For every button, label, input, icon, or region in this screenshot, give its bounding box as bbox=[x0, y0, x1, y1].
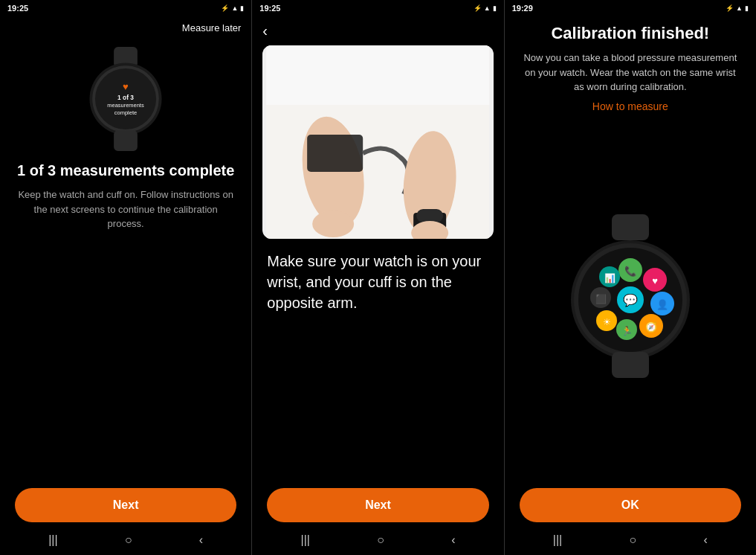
status-icons-3: ⚡ ▲ ▮ bbox=[726, 4, 749, 12]
watch-icon-1: ♥ 1 of 3 measurements complete bbox=[77, 47, 174, 151]
nav-bar-3: ||| ○ ‹ bbox=[505, 527, 756, 555]
svg-text:☀: ☀ bbox=[602, 317, 610, 327]
ok-button[interactable]: OK bbox=[520, 488, 741, 522]
battery-icon-2: ▮ bbox=[493, 4, 497, 12]
svg-text:♥: ♥ bbox=[123, 81, 129, 92]
wifi-icon-2: ▲ bbox=[484, 4, 491, 12]
status-bar-2: 19:25 ⚡ ▲ ▮ bbox=[252, 0, 503, 16]
svg-text:📞: 📞 bbox=[624, 265, 637, 278]
bluetooth-icon-3: ⚡ bbox=[726, 4, 734, 12]
measure-later-button[interactable]: Measure later bbox=[182, 22, 241, 33]
nav-back-icon-3[interactable]: ‹ bbox=[704, 533, 708, 547]
svg-rect-15 bbox=[416, 209, 443, 222]
nav-bar-2: ||| ○ ‹ bbox=[252, 527, 503, 555]
watch-container-1: ♥ 1 of 3 measurements complete bbox=[0, 39, 251, 155]
status-bar-1: 19:25 ⚡ ▲ ▮ bbox=[0, 0, 251, 16]
svg-text:⬛: ⬛ bbox=[595, 293, 606, 304]
nav-bar-1: ||| ○ ‹ bbox=[0, 527, 251, 555]
status-time-1: 19:25 bbox=[7, 4, 28, 13]
svg-rect-10 bbox=[266, 45, 489, 105]
svg-text:♥: ♥ bbox=[652, 275, 658, 286]
screen1-header: Measure later bbox=[0, 16, 251, 39]
status-bar-3: 19:29 ⚡ ▲ ▮ bbox=[505, 0, 756, 16]
screen-3: 19:29 ⚡ ▲ ▮ Calibration finished! Now yo… bbox=[505, 0, 756, 555]
svg-text:🏃: 🏃 bbox=[621, 325, 632, 336]
watch-apps-icon: 💬 📞 ♥ 👤 🧭 🏃 bbox=[556, 214, 705, 378]
nav-recent-icon-3[interactable]: ||| bbox=[553, 533, 562, 547]
bluetooth-icon: ⚡ bbox=[221, 4, 229, 12]
svg-point-16 bbox=[312, 211, 354, 237]
screen3-content: Calibration finished! Now you can take a… bbox=[505, 16, 756, 481]
calibration-description: Now you can take a blood pressure measur… bbox=[520, 51, 741, 94]
cuff-image-container bbox=[262, 45, 493, 239]
svg-text:📊: 📊 bbox=[604, 272, 615, 283]
back-button-2[interactable]: ‹ bbox=[252, 16, 503, 45]
bottom-section-3: OK bbox=[505, 481, 756, 527]
cuff-illustration bbox=[262, 45, 493, 239]
bluetooth-icon-2: ⚡ bbox=[474, 4, 482, 12]
screen-1: 19:25 ⚡ ▲ ▮ Measure later ♥ bbox=[0, 0, 252, 555]
screen1-subtitle: Keep the watch and cuff on. Follow instr… bbox=[0, 183, 251, 231]
svg-text:complete: complete bbox=[114, 109, 137, 116]
screen1-title: 1 of 3 measurements complete bbox=[0, 155, 251, 183]
nav-home-icon-3[interactable]: ○ bbox=[630, 533, 637, 547]
svg-rect-12 bbox=[307, 135, 363, 172]
nav-recent-icon-1[interactable]: ||| bbox=[48, 533, 57, 547]
status-icons-1: ⚡ ▲ ▮ bbox=[221, 4, 244, 12]
bottom-section-1: Next bbox=[0, 481, 251, 527]
wifi-icon-3: ▲ bbox=[736, 4, 743, 12]
svg-rect-4 bbox=[114, 130, 138, 151]
svg-rect-22 bbox=[612, 352, 649, 378]
status-time-2: 19:25 bbox=[259, 4, 280, 13]
nav-recent-icon-2[interactable]: ||| bbox=[300, 533, 309, 547]
svg-text:1 of 3: 1 of 3 bbox=[117, 94, 134, 101]
nav-home-icon-2[interactable]: ○ bbox=[377, 533, 384, 547]
next-button-1[interactable]: Next bbox=[15, 488, 236, 522]
battery-icon: ▮ bbox=[240, 4, 244, 12]
watch3-container: 💬 📞 ♥ 👤 🧭 🏃 bbox=[556, 120, 705, 474]
status-icons-2: ⚡ ▲ ▮ bbox=[474, 4, 497, 12]
battery-icon-3: ▮ bbox=[745, 4, 749, 12]
screen2-instruction: Make sure your watch is on your wrist, a… bbox=[252, 239, 503, 313]
status-time-3: 19:29 bbox=[512, 4, 533, 13]
screens-container: 19:25 ⚡ ▲ ▮ Measure later ♥ bbox=[0, 0, 756, 555]
calibration-title: Calibration finished! bbox=[551, 24, 709, 43]
nav-back-icon-2[interactable]: ‹ bbox=[451, 533, 455, 547]
svg-text:🧭: 🧭 bbox=[645, 321, 658, 333]
nav-back-icon-1[interactable]: ‹ bbox=[199, 533, 203, 547]
bottom-section-2: Next bbox=[252, 481, 503, 527]
how-to-measure-link[interactable]: How to measure bbox=[592, 100, 668, 112]
svg-text:measurements: measurements bbox=[108, 102, 145, 109]
screen-2: 19:25 ⚡ ▲ ▮ ‹ bbox=[252, 0, 504, 555]
svg-text:👤: 👤 bbox=[656, 298, 669, 311]
wifi-icon: ▲ bbox=[231, 4, 238, 12]
nav-home-icon-1[interactable]: ○ bbox=[125, 533, 132, 547]
next-button-2[interactable]: Next bbox=[267, 488, 488, 522]
svg-text:💬: 💬 bbox=[623, 293, 638, 307]
svg-rect-18 bbox=[612, 214, 649, 240]
